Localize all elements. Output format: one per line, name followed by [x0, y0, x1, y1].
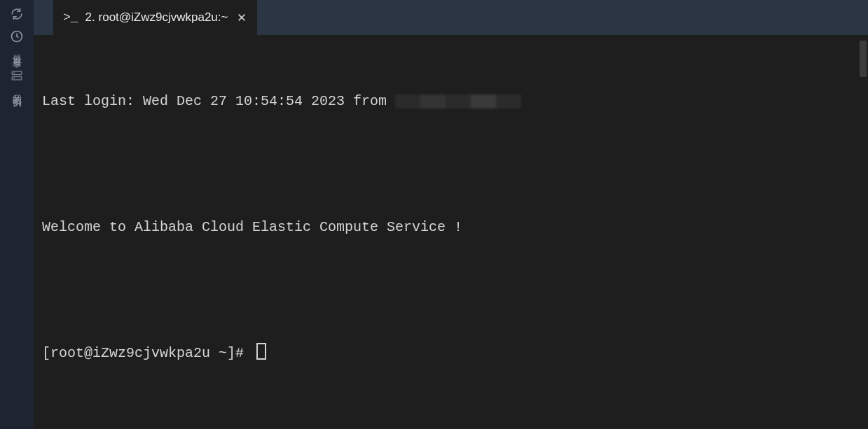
shell-prompt: [root@iZwz9cjvwkpa2u ~]#	[42, 345, 252, 361]
cursor	[256, 343, 266, 360]
svg-point-4	[14, 78, 15, 78]
terminal-line-last-login: Last login: Wed Dec 27 10:54:54 2023 fro…	[42, 91, 862, 112]
last-login-text: Last login: Wed Dec 27 10:54:54 2023 fro…	[42, 93, 395, 109]
terminal-blank-line	[42, 280, 862, 301]
clock-icon	[10, 29, 24, 43]
sidebar-item-recent-login[interactable]: 最近登录	[0, 24, 34, 63]
terminal-body[interactable]: Last login: Wed Dec 27 10:54:54 2023 fro…	[34, 35, 868, 429]
terminal-line-prompt: [root@iZwz9cjvwkpa2u ~]#	[42, 343, 862, 364]
sidebar-item-my-instances[interactable]: 我的实例	[0, 63, 34, 102]
tab-title: 2. root@iZwz9cjvwkpa2u:~	[85, 10, 228, 24]
sidebar-item-refresh[interactable]	[0, 1, 34, 24]
terminal-line-welcome: Welcome to Alibaba Cloud Elastic Compute…	[42, 217, 862, 238]
terminal-icon: >_	[63, 10, 78, 24]
close-icon[interactable]	[236, 12, 247, 23]
main-area: >_ 2. root@iZwz9cjvwkpa2u:~ Last login: …	[34, 0, 868, 429]
terminal-tab[interactable]: >_ 2. root@iZwz9cjvwkpa2u:~	[53, 0, 257, 35]
sidebar-item-label: 我的实例	[11, 87, 23, 92]
sidebar: 最近登录 我的实例	[0, 0, 34, 429]
scrollbar-vertical[interactable]	[858, 35, 868, 429]
svg-point-3	[14, 73, 15, 73]
scrollbar-thumb[interactable]	[860, 41, 867, 77]
refresh-icon	[10, 7, 24, 21]
tab-bar: >_ 2. root@iZwz9cjvwkpa2u:~	[34, 0, 868, 35]
server-icon	[10, 69, 24, 83]
sidebar-item-label: 最近登录	[11, 48, 23, 53]
terminal-blank-line	[42, 154, 862, 175]
redacted-ip	[395, 94, 521, 108]
